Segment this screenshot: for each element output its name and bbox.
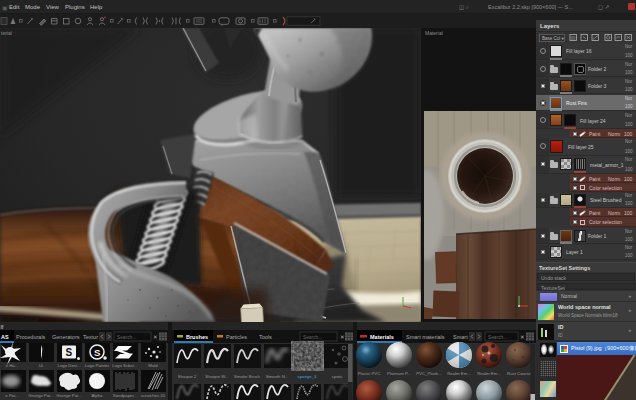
svg-text:Search...: Search... bbox=[117, 335, 136, 340]
svg-text:S: S bbox=[94, 347, 100, 358]
svg-text:Search...: Search... bbox=[303, 335, 322, 340]
svg-text:scratches 01: scratches 01 bbox=[141, 393, 166, 398]
svg-text:✕: ✕ bbox=[520, 334, 525, 340]
svg-text:Brushes: Brushes bbox=[186, 334, 208, 340]
svg-text:Realm Em...: Realm Em... bbox=[477, 371, 501, 376]
svg-text:Plastic PVC: Plastic PVC bbox=[358, 371, 381, 376]
svg-text:AS: AS bbox=[1, 334, 9, 340]
svg-text:Search...: Search... bbox=[488, 335, 507, 340]
svg-text:Logo Desi...: Logo Desi... bbox=[58, 363, 81, 368]
svg-text:Ui: Ui bbox=[39, 363, 43, 368]
svg-text:Realm Em...: Realm Em... bbox=[447, 371, 471, 376]
svg-text:Generators: Generators bbox=[52, 334, 80, 340]
svg-text:Textur: Textur bbox=[83, 334, 98, 340]
svg-text:Materials: Materials bbox=[370, 334, 394, 340]
svg-text:Smooth N...: Smooth N... bbox=[266, 374, 289, 379]
svg-text:Mold: Mold bbox=[148, 363, 158, 368]
svg-text:Tools: Tools bbox=[259, 334, 272, 340]
svg-text:sponge_3: sponge_3 bbox=[298, 374, 317, 379]
svg-text:Rust Coarse: Rust Coarse bbox=[507, 371, 531, 376]
svg-text:Smart materials: Smart materials bbox=[406, 334, 445, 340]
svg-text:Smoke Brush: Smoke Brush bbox=[234, 374, 260, 379]
svg-text:Grunge Pai...: Grunge Pai... bbox=[56, 393, 81, 398]
svg-text:spots: spots bbox=[332, 374, 342, 379]
svg-text:Sandpaper...: Sandpaper... bbox=[113, 393, 137, 398]
svg-text:✕: ✕ bbox=[153, 334, 158, 340]
svg-text:Alpha: Alpha bbox=[92, 393, 104, 398]
svg-text:Particles: Particles bbox=[226, 334, 247, 340]
svg-text:e Ha...: e Ha... bbox=[6, 363, 19, 368]
svg-text:Sharpie W...: Sharpie W... bbox=[205, 374, 228, 379]
svg-text:✕: ✕ bbox=[340, 334, 345, 340]
svg-text:PVC_Plank...: PVC_Plank... bbox=[416, 371, 442, 376]
svg-text:S: S bbox=[66, 347, 73, 358]
svg-text:Platinum P...: Platinum P... bbox=[387, 371, 411, 376]
svg-text:Grunge Pai...: Grunge Pai... bbox=[28, 393, 53, 398]
svg-text:e Pai...: e Pai... bbox=[5, 393, 18, 398]
svg-text:lf: lf bbox=[1, 324, 4, 330]
svg-text:Logo Painter: Logo Painter bbox=[85, 363, 110, 368]
svg-text:Logo Subst...: Logo Subst... bbox=[112, 363, 137, 368]
svg-text:Sharpie 2: Sharpie 2 bbox=[178, 374, 197, 379]
svg-text:Procedurals: Procedurals bbox=[16, 334, 46, 340]
